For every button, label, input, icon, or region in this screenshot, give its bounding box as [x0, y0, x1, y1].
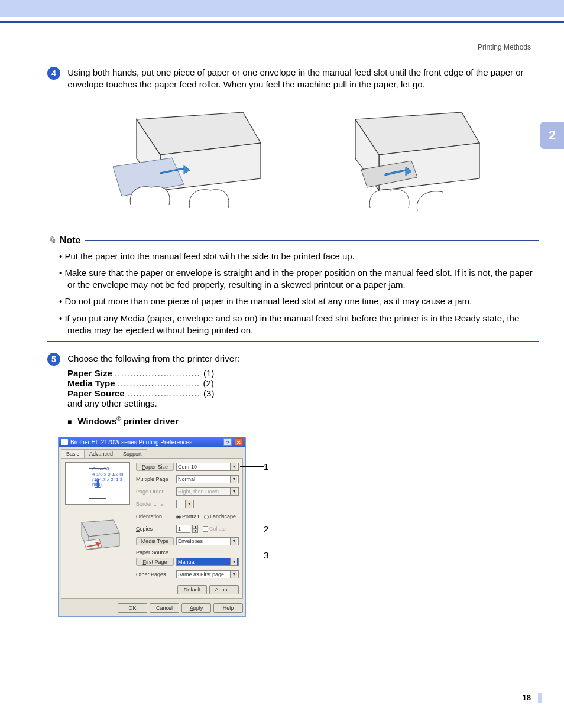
- chevron-down-icon: ▾: [230, 488, 237, 495]
- paper-size-combo[interactable]: Com-10 ▾: [176, 463, 239, 471]
- orientation-label: Orientation: [136, 514, 174, 519]
- tab-advanced[interactable]: Advanced: [84, 449, 118, 458]
- chevron-down-icon: ▾: [230, 476, 237, 483]
- note-item: Do not put more than one piece of paper …: [59, 295, 539, 307]
- note-list: Put the paper into the manual feed slot …: [47, 251, 539, 337]
- help-button[interactable]: Help: [213, 603, 243, 613]
- step-4-text: Using both hands, put one piece of paper…: [67, 67, 534, 91]
- combo-value: Envelopes: [178, 538, 203, 544]
- radio-selected-icon: [176, 515, 181, 519]
- note-item: Make sure that the paper or envelope is …: [59, 267, 539, 291]
- note-rule-top: [85, 240, 539, 241]
- step-number-badge: 5: [47, 353, 60, 366]
- note-rule-bottom: [47, 341, 539, 342]
- setting-paper-source: Paper Source ........................ (3…: [67, 388, 539, 398]
- paper-preview: 1 Com-10 4 1/8 x 9 1/2 in (104.7 x 241.3…: [65, 462, 130, 505]
- combo-value: Normal: [178, 476, 195, 482]
- other-pages-combo[interactable]: Same as First page ▾: [176, 570, 239, 578]
- preview-info: Com-10 4 1/8 x 9 1/2 in (104.7 x 241.3 m…: [92, 467, 130, 488]
- multiple-page-combo[interactable]: Normal ▾: [176, 475, 239, 483]
- preview-pane: 1 Com-10 4 1/8 x 9 1/2 in (104.7 x 241.3…: [65, 462, 130, 558]
- setting-ref: (3): [203, 388, 214, 398]
- preview-dim-mm: (104.7 x 241.3 mm): [92, 477, 130, 488]
- combo-value: Right, then Down: [178, 489, 219, 495]
- step-5-intro: Choose the following from the printer dr…: [67, 353, 534, 365]
- illustration-feed-paper: [95, 102, 273, 220]
- collate-checkbox: Collate: [203, 526, 226, 532]
- first-page-label-button[interactable]: First Page: [136, 558, 174, 566]
- preview-printer-icon: [71, 516, 124, 558]
- setting-paper-size: Paper Size ............................ …: [67, 368, 539, 378]
- chevron-down-icon: ▾: [230, 558, 237, 566]
- orientation-portrait-radio[interactable]: Portrait: [176, 514, 199, 519]
- callout-1: 1: [264, 462, 268, 472]
- media-type-label-button[interactable]: Media Type: [136, 537, 174, 545]
- multiple-page-label: Multiple Page: [136, 476, 174, 482]
- top-accent-bar: [0, 0, 564, 17]
- section-title: Printing Methods: [0, 23, 564, 55]
- bullet-square-icon: ■: [67, 418, 72, 426]
- tab-basic[interactable]: Basic: [61, 449, 85, 458]
- note-block: ✎ Note Put the paper into the manual fee…: [47, 234, 539, 343]
- step-4: 4 Using both hands, put one piece of pap…: [47, 67, 539, 91]
- illustration-feed-envelope: [314, 102, 491, 220]
- leader-dots: ...........................: [118, 378, 203, 388]
- printing-preferences-dialog: Brother HL-2170W series Printing Prefere…: [58, 437, 246, 617]
- callout-2: 2: [264, 524, 268, 534]
- copies-spinner[interactable]: ▴▾: [192, 525, 198, 533]
- cancel-button[interactable]: Cancel: [150, 603, 179, 613]
- step-5-outro: and any other settings.: [67, 398, 539, 408]
- setting-ref: (1): [203, 368, 214, 378]
- chevron-down-icon: ▾: [230, 571, 237, 578]
- copies-label: Copies: [136, 526, 174, 532]
- combo-value: Same as First page: [178, 571, 224, 577]
- tab-panel-basic: 1 Com-10 4 1/8 x 9 1/2 in (104.7 x 241.3…: [61, 458, 243, 599]
- setting-label: Paper Size: [67, 368, 112, 378]
- ok-button[interactable]: OK: [118, 603, 147, 613]
- note-label: Note: [60, 235, 81, 246]
- callout-3: 3: [264, 550, 268, 560]
- leader-dots: ........................: [127, 388, 203, 398]
- heading-text: Windows® printer driver: [77, 416, 179, 426]
- combo-value: Manual: [178, 559, 196, 565]
- tab-support[interactable]: Support: [118, 449, 147, 458]
- border-line-label: Border Line: [136, 501, 174, 507]
- page-order-combo: Right, then Down ▾: [176, 488, 239, 496]
- other-pages-label: Other Pages: [136, 571, 174, 577]
- leader-dots: ............................: [115, 368, 203, 378]
- note-item: Put the paper into the manual feed slot …: [59, 251, 539, 262]
- dialog-titlebar: Brother HL-2170W series Printing Prefere…: [59, 437, 245, 447]
- combo-value: Com-10: [178, 464, 197, 470]
- border-line-combo: ▾: [176, 500, 194, 508]
- page-order-label: Page Order: [136, 489, 174, 495]
- chapter-tab: 2: [540, 122, 564, 149]
- help-titlebar-button[interactable]: ?: [223, 438, 232, 446]
- copies-input[interactable]: 1: [176, 525, 190, 533]
- close-button[interactable]: ✕: [235, 438, 243, 446]
- note-icon: ✎: [46, 234, 57, 247]
- chevron-down-icon: ▾: [230, 538, 237, 545]
- step-number-badge: 4: [47, 67, 60, 80]
- setting-label: Media Type: [67, 378, 115, 388]
- windows-driver-heading: ■ Windows® printer driver: [67, 415, 539, 426]
- default-button[interactable]: Default: [177, 585, 207, 594]
- first-page-combo[interactable]: Manual ▾: [176, 558, 239, 566]
- note-item: If you put any Media (paper, envelope an…: [59, 313, 539, 337]
- paper-source-section-label: Paper Source: [136, 550, 239, 555]
- page-number: 18: [523, 693, 531, 702]
- setting-media-type: Media Type ........................... (…: [67, 378, 539, 388]
- paper-size-label-button[interactable]: Paper Size: [136, 463, 174, 471]
- chevron-down-icon: ▾: [185, 500, 192, 508]
- chevron-down-icon: ▾: [230, 463, 237, 470]
- dialog-title: Brother HL-2170W series Printing Prefere…: [70, 439, 192, 446]
- page-number-accent: [538, 693, 542, 703]
- media-type-combo[interactable]: Envelopes ▾: [176, 537, 239, 545]
- app-icon: [61, 439, 68, 445]
- radio-icon: [204, 515, 209, 519]
- about-button[interactable]: About...: [209, 585, 239, 594]
- apply-button[interactable]: Apply: [181, 603, 211, 613]
- setting-label: Paper Source: [67, 388, 125, 398]
- setting-ref: (2): [203, 378, 213, 388]
- checkbox-icon: [203, 526, 208, 532]
- orientation-landscape-radio[interactable]: Landscape: [204, 514, 236, 519]
